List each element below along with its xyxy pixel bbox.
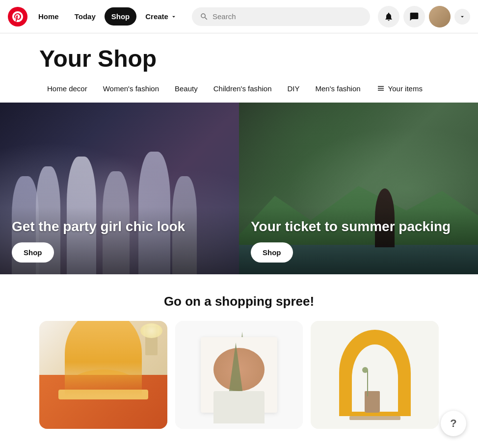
- hero-banner-right: Your ticket to summer packing Shop: [239, 103, 478, 274]
- hero-left-cta[interactable]: Shop: [12, 242, 54, 263]
- category-mens-fashion[interactable]: Men's fashion: [308, 80, 369, 97]
- nav-home[interactable]: Home: [31, 7, 66, 26]
- card-inner-art: [175, 321, 303, 429]
- search-input[interactable]: [212, 12, 362, 21]
- chevron-down-icon: [459, 13, 466, 20]
- hero-right-overlay: Your ticket to summer packing Shop: [239, 207, 478, 274]
- shop-header: Your Shop Home decor Women's fashion Bea…: [0, 33, 478, 103]
- card-inner-arch: [311, 321, 439, 429]
- avatar[interactable]: [429, 6, 451, 27]
- search-icon: [200, 12, 209, 21]
- card-inner-bedroom: [39, 321, 167, 429]
- hero-left-overlay: Get the party girl chic look Shop: [0, 207, 239, 274]
- hero-banners: Get the party girl chic look Shop Your t…: [0, 103, 478, 274]
- list-icon: [376, 84, 385, 93]
- product-card-bedroom[interactable]: [39, 321, 167, 429]
- page-content: Your Shop Home decor Women's fashion Bea…: [0, 33, 478, 439]
- messages-icon: [409, 12, 419, 22]
- nav-create[interactable]: Create: [138, 7, 184, 26]
- chevron-down-icon: [170, 13, 177, 20]
- avatar-image: [429, 6, 451, 27]
- your-items-link[interactable]: Your items: [369, 80, 430, 97]
- search-bar[interactable]: [192, 7, 370, 26]
- page-title: Your Shop: [39, 45, 439, 72]
- notification-btn[interactable]: [378, 6, 399, 27]
- category-nav: Home decor Women's fashion Beauty Childr…: [39, 80, 439, 97]
- category-womens-fashion[interactable]: Women's fashion: [95, 80, 167, 97]
- account-chevron-btn[interactable]: [454, 9, 470, 25]
- chair: [213, 391, 265, 423]
- shopping-spree-section: Go on a shopping spree!: [0, 274, 478, 439]
- plant-stem: [367, 369, 368, 396]
- hero-right-title: Your ticket to summer packing: [251, 219, 466, 235]
- product-card-arch[interactable]: [311, 321, 439, 429]
- product-grid: [39, 321, 439, 429]
- hero-left-title: Get the party girl chic look: [12, 219, 227, 235]
- spree-title: Go on a shopping spree!: [39, 294, 439, 309]
- notification-icon: [384, 12, 394, 22]
- product-card-art[interactable]: [175, 321, 303, 429]
- category-beauty[interactable]: Beauty: [167, 80, 206, 97]
- header: Home Today Shop Create: [0, 0, 478, 33]
- category-diy[interactable]: DIY: [279, 80, 307, 97]
- nav-shop[interactable]: Shop: [105, 7, 137, 26]
- category-home-decor[interactable]: Home decor: [39, 80, 95, 97]
- lamp-shade: [140, 323, 162, 338]
- hero-right-cta[interactable]: Shop: [251, 242, 293, 263]
- plant-leaf: [362, 367, 368, 373]
- hero-banner-left: Get the party girl chic look Shop: [0, 103, 239, 274]
- nav-today[interactable]: Today: [68, 7, 103, 26]
- help-button[interactable]: ?: [441, 411, 466, 436]
- table-top: [349, 416, 400, 420]
- category-childrens-fashion[interactable]: Children's fashion: [206, 80, 280, 97]
- messages-btn[interactable]: [403, 6, 425, 27]
- pinterest-logo[interactable]: [8, 7, 27, 26]
- arch-headboard: [65, 321, 141, 396]
- header-icons: [378, 6, 470, 27]
- main-nav: Home Today Shop Create: [31, 7, 184, 26]
